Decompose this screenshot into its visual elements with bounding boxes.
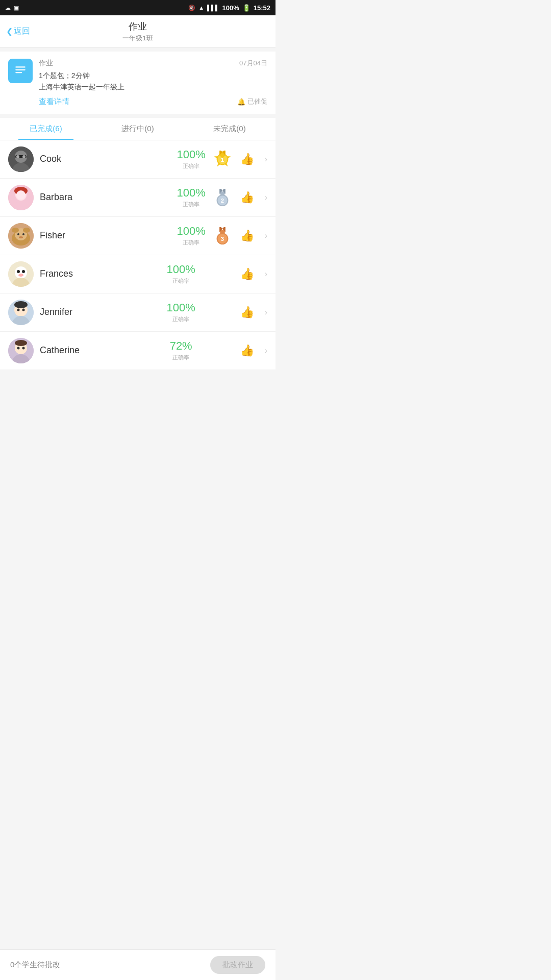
chevron-right-icon: › <box>265 193 267 202</box>
avatar <box>8 185 34 210</box>
like-button[interactable]: 👍 <box>238 188 257 207</box>
svg-point-31 <box>23 228 30 233</box>
score-label: 正确率 <box>176 201 207 208</box>
clock: 15:52 <box>254 4 270 12</box>
weather-icon: ☁ <box>5 5 11 11</box>
score-label: 正确率 <box>166 354 196 361</box>
no-medal <box>208 303 227 322</box>
score-pct: 100% <box>176 148 207 161</box>
score-pct: 100% <box>166 301 196 314</box>
signal-icon: ▌▌▌ <box>207 5 219 11</box>
assignment-desc-line2: 上海牛津英语一起一年级上 <box>39 81 267 92</box>
svg-text:2: 2 <box>221 198 224 204</box>
student-row[interactable]: Cook 100% 正确率 1 👍 › <box>0 140 276 179</box>
svg-point-30 <box>12 228 19 233</box>
assignment-icon <box>8 59 33 83</box>
svg-point-34 <box>19 236 23 238</box>
no-medal <box>208 264 227 284</box>
student-row[interactable]: Catherine 72% 正确率 👍 › <box>0 332 276 370</box>
urge-button[interactable]: 🔔 已催促 <box>237 97 267 106</box>
student-row[interactable]: Fisher 100% 正确率 3 👍 › <box>0 217 276 255</box>
gold-medal-icon: 1 <box>213 150 232 169</box>
avatar <box>8 146 34 172</box>
svg-point-51 <box>17 308 20 311</box>
assignment-info: 作业 07月04日 1个题包；2分钟 上海牛津英语一起一年级上 查看详情 🔔 已… <box>39 59 267 107</box>
avatar <box>8 338 34 363</box>
bell-icon: 🔔 <box>237 98 245 106</box>
assignment-label: 作业 <box>39 59 53 68</box>
avatar <box>8 223 34 249</box>
svg-rect-1 <box>15 69 26 70</box>
urge-label: 已催促 <box>247 97 267 106</box>
svg-point-33 <box>22 233 24 235</box>
status-icons: ☁ ▣ <box>5 5 19 11</box>
score-label: 正确率 <box>166 315 196 323</box>
chevron-right-icon: › <box>265 155 267 164</box>
student-row[interactable]: Barbara 100% 正确率 2 👍 › <box>0 179 276 217</box>
chevron-right-icon: › <box>265 270 267 279</box>
image-icon: ▣ <box>14 5 19 11</box>
mute-icon: 🔇 <box>188 5 195 11</box>
score-pct: 100% <box>166 263 196 276</box>
student-list: Cook 100% 正确率 1 👍 › <box>0 140 276 370</box>
student-name: Fisher <box>40 230 170 241</box>
svg-point-32 <box>17 233 19 235</box>
battery-pct: 100% <box>222 4 239 12</box>
svg-rect-2 <box>15 72 22 73</box>
like-button[interactable]: 👍 <box>238 265 257 283</box>
chevron-right-icon: › <box>265 231 267 240</box>
chevron-right-icon: › <box>265 308 267 317</box>
svg-point-42 <box>15 266 27 279</box>
student-name: Cook <box>40 154 170 164</box>
page-title: 作业 <box>0 20 276 33</box>
svg-rect-0 <box>15 66 26 67</box>
back-button[interactable]: ❮ 返回 <box>6 26 30 37</box>
score-block: 72% 正确率 <box>166 339 196 361</box>
svg-point-46 <box>18 274 23 277</box>
student-name: Catherine <box>40 345 160 356</box>
assignment-date: 07月04日 <box>239 59 267 68</box>
tab-ongoing[interactable]: 进行中(0) <box>92 118 184 140</box>
svg-point-50 <box>14 301 28 308</box>
tab-incomplete[interactable]: 未完成(0) <box>184 118 276 140</box>
like-button[interactable]: 👍 <box>238 150 257 168</box>
no-medal <box>208 341 227 360</box>
assignment-desc-line1: 1个题包；2分钟 <box>39 70 267 81</box>
bronze-medal-icon: 3 <box>213 226 232 246</box>
svg-point-56 <box>15 340 27 346</box>
student-row[interactable]: Frances 100% 正确率 👍 › <box>0 255 276 293</box>
tab-completed[interactable]: 已完成(6) <box>0 118 92 140</box>
score-block: 100% 正确率 <box>176 186 207 208</box>
svg-point-8 <box>22 155 26 158</box>
svg-point-45 <box>22 270 25 273</box>
svg-point-52 <box>22 308 25 311</box>
score-pct: 72% <box>166 339 196 353</box>
assignment-header-row: 作业 07月04日 <box>39 59 267 68</box>
score-label: 正确率 <box>176 239 207 247</box>
score-block: 100% 正确率 <box>176 225 207 247</box>
chevron-left-icon: ❮ <box>6 27 13 36</box>
like-button[interactable]: 👍 <box>238 303 257 322</box>
page-subtitle: 一年级1班 <box>0 34 276 43</box>
status-bar: ☁ ▣ 🔇 ▲ ▌▌▌ 100% 🔋 15:52 <box>0 0 276 15</box>
like-button[interactable]: 👍 <box>238 341 257 360</box>
svg-point-57 <box>17 347 20 349</box>
score-block: 100% 正确率 <box>176 148 207 170</box>
tab-bar: 已完成(6) 进行中(0) 未完成(0) <box>0 118 276 140</box>
assignment-card: 作业 07月04日 1个题包；2分钟 上海牛津英语一起一年级上 查看详情 🔔 已… <box>0 52 276 114</box>
score-pct: 100% <box>176 225 207 238</box>
avatar <box>8 261 34 287</box>
back-label: 返回 <box>14 26 30 37</box>
like-button[interactable]: 👍 <box>238 227 257 245</box>
svg-point-44 <box>17 270 20 273</box>
wifi-icon: ▲ <box>198 5 204 11</box>
assignment-actions: 查看详情 🔔 已催促 <box>39 97 267 107</box>
student-name: Barbara <box>40 192 170 203</box>
student-name: Frances <box>40 268 160 279</box>
view-detail-link[interactable]: 查看详情 <box>39 97 69 107</box>
student-row[interactable]: Jennifer 100% 正确率 👍 › <box>0 293 276 332</box>
score-block: 100% 正确率 <box>166 301 196 323</box>
page-header: ❮ 返回 作业 一年级1班 <box>0 15 276 47</box>
score-label: 正确率 <box>166 277 196 285</box>
svg-point-58 <box>22 347 25 349</box>
